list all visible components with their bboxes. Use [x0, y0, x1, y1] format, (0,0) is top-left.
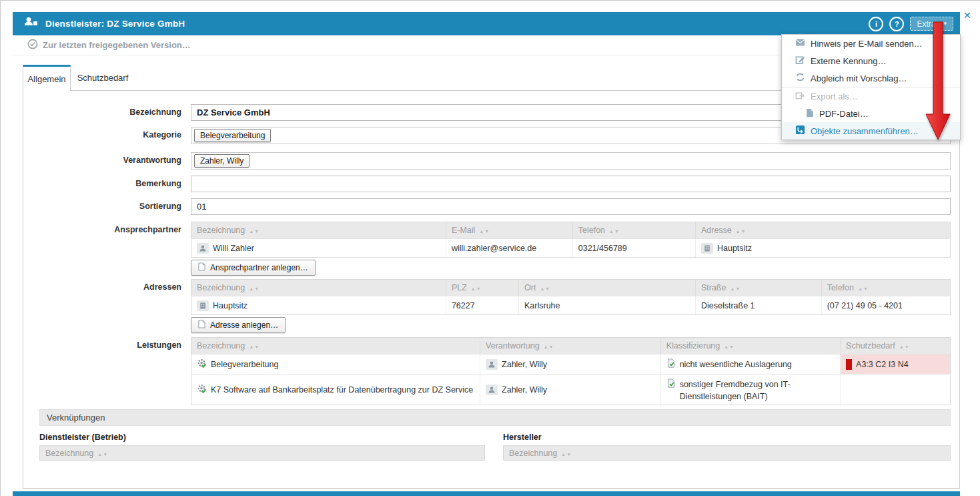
column-header-strasse[interactable]: Straße: [695, 280, 821, 296]
edit-icon: [795, 55, 805, 67]
close-icon[interactable]: ✕: [963, 10, 971, 21]
tab-schutzbedarf[interactable]: Schutzbedarf: [71, 65, 135, 91]
menu-item-externe-kennung[interactable]: Externe Kennung…: [782, 52, 960, 69]
sort-icon: [544, 341, 554, 350]
kategorie-label: Kategorie: [23, 127, 181, 144]
contact-phone: 0321/456789: [572, 239, 695, 257]
contact-name: Willi Zahler: [213, 244, 254, 253]
classification-check-icon: [666, 358, 676, 370]
contact-email: willi.zahler@service.de: [446, 239, 572, 257]
extras-button[interactable]: Extras ▾: [910, 17, 953, 31]
sortierung-input[interactable]: [191, 198, 951, 215]
table-header-row: Bezeichnung E-Mail Telefon Adresse: [191, 222, 950, 238]
merge-objects-icon: [795, 125, 805, 137]
table-header-row: Bezeichnung Verantwortung Klassifizierun…: [191, 338, 950, 354]
table-row[interactable]: Hauptsitz 76227 Karlsruhe Dieselstraße 1…: [191, 296, 950, 314]
building-icon: [197, 300, 209, 311]
sort-icon: [540, 283, 550, 292]
building-icon: [701, 243, 713, 254]
bemerkung-input[interactable]: [191, 176, 951, 192]
bezeichnung-label: Bezeichnung: [23, 104, 181, 121]
add-ansprechpartner-button[interactable]: Ansprechpartner anlegen…: [191, 260, 316, 276]
last-version-link[interactable]: Zur letzten freigegebenen Version…: [43, 40, 191, 50]
leistungen-table: Bezeichnung Verantwortung Klassifizierun…: [191, 337, 951, 405]
new-document-icon: [198, 320, 205, 330]
verknuepfungen-header: Verknüpfungen: [39, 409, 951, 426]
sort-icon: [561, 449, 572, 458]
verantwortung-field[interactable]: Zahler, Willy: [191, 152, 951, 170]
column-header-bezeichnung[interactable]: Bezeichnung: [191, 222, 446, 238]
menu-item-pdf-datei[interactable]: PDF-Datei…: [782, 105, 960, 122]
content-panel: Bezeichnung Kategorie Belegverarbeitung …: [23, 90, 960, 489]
window-bottom-accent: [13, 491, 960, 496]
menu-item-hinweis-email[interactable]: Hinweis per E-Mail senden…: [782, 35, 960, 52]
dienstleister-betrieb-label: Dienstleister (Betrieb): [39, 433, 126, 442]
sort-icon: [97, 449, 108, 458]
table-row[interactable]: K7 Software auf Bankarbeitsplatz für Dat…: [191, 374, 950, 405]
column-header-bezeichnung[interactable]: Bezeichnung: [191, 338, 480, 354]
titlebar: Dienstleister: DZ Service GmbH i ? Extra…: [13, 12, 960, 35]
compare-icon: [795, 72, 805, 84]
extras-label: Extras: [917, 19, 939, 29]
help-icon[interactable]: ?: [889, 17, 904, 31]
sort-icon: [479, 226, 490, 235]
column-header-schutzbedarf[interactable]: Schutzbedarf: [840, 338, 950, 354]
protection-level: [840, 375, 950, 405]
column-header-telefon[interactable]: Telefon: [821, 280, 950, 296]
sort-icon: [730, 283, 741, 292]
menu-item-abgleich-vorschlag[interactable]: Abgleich mit Vorschlag…: [782, 69, 960, 87]
column-header-plz[interactable]: PLZ: [446, 280, 518, 296]
person-icon: [486, 359, 498, 370]
sort-icon: [249, 283, 260, 292]
table-row[interactable]: Willi Zahler willi.zahler@service.de 032…: [191, 238, 950, 257]
menu-item-export-als[interactable]: Export als…: [782, 87, 960, 105]
bemerkung-label: Bemerkung: [23, 176, 181, 192]
column-header-telefon[interactable]: Telefon: [572, 222, 695, 238]
adressen-label: Adressen: [23, 279, 181, 315]
column-header-bezeichnung[interactable]: Bezeichnung: [191, 280, 446, 296]
service-owner: Zahler, Willy: [502, 385, 547, 395]
adressen-table: Bezeichnung PLZ Ort Straße Telefon Haupt…: [191, 279, 951, 315]
add-adresse-button[interactable]: Adresse anlegen…: [191, 317, 286, 333]
new-document-icon: [198, 262, 205, 273]
sort-icon: [249, 341, 260, 350]
address-name: Hauptsitz: [213, 301, 248, 310]
hersteller-table-header[interactable]: Bezeichnung: [503, 445, 951, 461]
person-icon: [197, 243, 209, 254]
sortierung-row: Sortierung: [23, 198, 959, 215]
envelope-icon: [795, 38, 805, 49]
contact-address: Hauptsitz: [717, 244, 752, 253]
info-icon[interactable]: i: [869, 17, 883, 31]
sortierung-label: Sortierung: [23, 198, 181, 215]
menu-item-objekte-zusammenfuehren[interactable]: Objekte zusammenführen…: [782, 122, 960, 140]
app-window: Dienstleister: DZ Service GmbH i ? Extra…: [0, 0, 980, 496]
column-header-klassifizierung[interactable]: Klassifizierung: [660, 338, 840, 354]
bemerkung-row: Bemerkung: [23, 176, 959, 192]
pdf-file-icon: [805, 108, 814, 119]
dienstleister-betrieb-table-header[interactable]: Bezeichnung: [39, 445, 485, 461]
leistungen-section: Leistungen Bezeichnung Verantwortung Kla…: [23, 337, 959, 405]
column-header-ort[interactable]: Ort: [518, 280, 695, 296]
verantwortung-label: Verantwortung: [23, 152, 181, 170]
chevron-down-icon: ▾: [943, 21, 947, 27]
leistungen-label: Leistungen: [23, 337, 181, 405]
column-header-verantwortung[interactable]: Verantwortung: [480, 338, 660, 354]
address-plz: 76227: [446, 296, 518, 314]
kategorie-chip[interactable]: Belegverarbeitung: [194, 129, 271, 142]
column-header-email[interactable]: E-Mail: [446, 222, 572, 238]
ansprechpartner-table: Bezeichnung E-Mail Telefon Adresse Willi…: [191, 222, 951, 258]
ansprechpartner-section: Ansprechpartner Bezeichnung E-Mail Telef…: [23, 222, 959, 258]
adressen-section: Adressen Bezeichnung PLZ Ort Straße Tele…: [23, 279, 959, 315]
classification-check-icon: [666, 379, 676, 390]
service-owner: Zahler, Willy: [502, 360, 547, 369]
column-header-adresse[interactable]: Adresse: [695, 222, 950, 238]
verantwortung-chip[interactable]: Zahler, Willy: [194, 154, 250, 168]
hersteller-label: Hersteller: [503, 433, 542, 442]
export-icon: [795, 90, 805, 102]
address-street: Dieselstraße 1: [695, 296, 821, 314]
sort-icon: [249, 226, 260, 235]
table-row[interactable]: Belegverarbeitung Zahler, Willy nicht we…: [191, 354, 950, 374]
service-gear-check-icon: [197, 384, 207, 396]
service-classification: nicht wesentliche Auslagerung: [680, 360, 792, 369]
tab-allgemein[interactable]: Allgemein: [23, 65, 71, 91]
